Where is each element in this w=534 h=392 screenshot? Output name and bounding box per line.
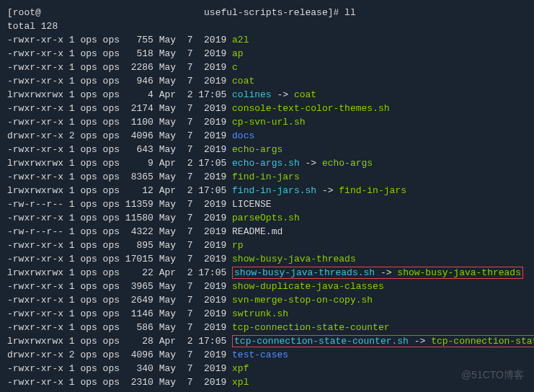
file-meta: lrwxrwxrwx 1 ops ops 12 Apr 2 17:05 (7, 185, 232, 196)
file-meta: -rwxr-xr-x 1 ops ops 1146 May 7 2019 (7, 308, 232, 319)
terminal-output: [root@ useful-scripts-release]# lltotal … (7, 6, 527, 389)
file-meta: -rwxr-xr-x 1 ops ops 11580 May 7 2019 (7, 213, 232, 223)
symlink-arrow: -> (272, 89, 294, 100)
file-name: tcp-connection-state-counter.sh (234, 336, 409, 347)
file-row: -rwxr-xr-x 1 ops ops 643 May 7 2019 echo… (7, 143, 527, 156)
file-name: a2l (232, 35, 249, 45)
file-name: svn-merge-stop-on-copy.sh (232, 295, 373, 306)
file-name: echo-args.sh (232, 158, 300, 169)
file-meta: -rwxr-xr-x 1 ops ops 2174 May 7 2019 (7, 103, 232, 114)
file-name: LICENSE (232, 199, 272, 210)
symlink-target: coat (294, 89, 316, 100)
file-row: -rwxr-xr-x 1 ops ops 586 May 7 2019 tcp-… (7, 321, 527, 334)
file-row: -rwxr-xr-x 1 ops ops 2286 May 7 2019 c (7, 61, 527, 74)
file-name: find-in-jars.sh (232, 185, 316, 196)
file-meta: drwxr-xr-x 2 ops ops 4096 May 7 2019 (7, 130, 232, 141)
file-meta: -rwxr-xr-x 1 ops ops 2310 May 7 2019 (7, 377, 232, 388)
file-row: drwxr-xr-x 2 ops ops 4096 May 7 2019 tes… (7, 348, 527, 362)
symlink-arrow: -> (316, 185, 339, 196)
file-name: coat (232, 76, 254, 86)
prompt-redacted (41, 7, 198, 18)
file-meta: -rwxr-xr-x 1 ops ops 17015 May 7 2019 (7, 254, 232, 264)
file-meta: lrwxrwxrwx 1 ops ops 22 Apr 2 17:05 (7, 267, 232, 278)
file-row: -rwxr-xr-x 1 ops ops 895 May 7 2019 rp (7, 239, 527, 252)
file-name: cp-svn-url.sh (232, 117, 305, 128)
symlink-target: show-busy-java-threads (397, 267, 521, 278)
file-meta: -rwxr-xr-x 1 ops ops 8365 May 7 2019 (7, 172, 232, 182)
file-name: parseOpts.sh (232, 213, 300, 223)
file-row: lrwxrwxrwx 1 ops ops 22 Apr 2 17:05 show… (7, 266, 527, 280)
highlight-box: show-busy-java-threads.sh -> show-busy-j… (232, 267, 523, 279)
file-row: lrwxrwxrwx 1 ops ops 28 Apr 2 17:05 tcp-… (7, 334, 527, 348)
file-row: -rwxr-xr-x 1 ops ops 755 May 7 2019 a2l (7, 33, 527, 47)
file-meta: -rw-r--r-- 1 ops ops 11359 May 7 2019 (7, 199, 232, 210)
file-row: lrwxrwxrwx 1 ops ops 4 Apr 2 17:05 colin… (7, 88, 527, 102)
file-row: -rwxr-xr-x 1 ops ops 2649 May 7 2019 svn… (7, 293, 527, 307)
file-name: docs (232, 130, 254, 141)
file-name: show-busy-java-threads.sh (234, 267, 375, 278)
file-meta: -rwxr-xr-x 1 ops ops 340 May 7 2019 (7, 363, 232, 374)
command: ll (344, 7, 356, 18)
file-meta: -rwxr-xr-x 1 ops ops 1100 May 7 2019 (7, 117, 232, 128)
file-row: drwxr-xr-x 2 ops ops 4096 May 7 2019 doc… (7, 129, 527, 143)
file-meta: -rwxr-xr-x 1 ops ops 755 May 7 2019 (7, 35, 232, 45)
file-row: -rwxr-xr-x 1 ops ops 8365 May 7 2019 fin… (7, 170, 527, 184)
symlink-target: find-in-jars (339, 185, 406, 196)
total-line: total 128 (7, 19, 527, 33)
symlink-arrow: -> (409, 336, 431, 347)
file-meta: -rwxr-xr-x 1 ops ops 3965 May 7 2019 (7, 281, 232, 292)
file-meta: -rwxr-xr-x 1 ops ops 2286 May 7 2019 (7, 62, 232, 73)
file-row: -rwxr-xr-x 1 ops ops 1100 May 7 2019 cp-… (7, 115, 527, 129)
symlink-target: echo-args (322, 158, 373, 169)
prompt-line[interactable]: [root@ useful-scripts-release]# ll (7, 6, 527, 19)
file-name: c (232, 62, 238, 73)
file-meta: -rwxr-xr-x 1 ops ops 2649 May 7 2019 (7, 295, 232, 306)
file-row: -rwxr-xr-x 1 ops ops 340 May 7 2019 xpf (7, 362, 527, 375)
file-name: test-cases (232, 349, 288, 360)
symlink-target: tcp-connection-state-counter (431, 336, 534, 347)
file-meta: -rwxr-xr-x 1 ops ops 643 May 7 2019 (7, 144, 232, 155)
file-meta: lrwxrwxrwx 1 ops ops 4 Apr 2 17:05 (7, 89, 232, 100)
file-name: show-busy-java-threads (232, 254, 356, 264)
file-row: -rwxr-xr-x 1 ops ops 11580 May 7 2019 pa… (7, 211, 527, 225)
file-name: README.md (232, 226, 282, 237)
file-meta: -rwxr-xr-x 1 ops ops 895 May 7 2019 (7, 240, 232, 251)
file-name: xpl (232, 377, 249, 388)
file-name: find-in-jars (232, 172, 300, 182)
file-row: -rw-r--r-- 1 ops ops 11359 May 7 2019 LI… (7, 197, 527, 211)
file-row: lrwxrwxrwx 1 ops ops 9 Apr 2 17:05 echo-… (7, 156, 527, 170)
file-row: -rwxr-xr-x 1 ops ops 946 May 7 2019 coat (7, 74, 527, 88)
file-name: rp (232, 240, 244, 251)
file-name: swtrunk.sh (232, 308, 288, 319)
symlink-arrow: -> (300, 158, 322, 169)
file-row: -rwxr-xr-x 1 ops ops 1146 May 7 2019 swt… (7, 307, 527, 321)
file-meta: -rwxr-xr-x 1 ops ops 946 May 7 2019 (7, 76, 232, 86)
file-meta: lrwxrwxrwx 1 ops ops 28 Apr 2 17:05 (7, 336, 232, 347)
file-row: -rwxr-xr-x 1 ops ops 17015 May 7 2019 sh… (7, 252, 527, 266)
file-meta: drwxr-xr-x 2 ops ops 4096 May 7 2019 (7, 349, 232, 360)
file-name: colines (232, 89, 272, 100)
file-name: show-duplicate-java-classes (232, 281, 384, 292)
file-meta: -rw-r--r-- 1 ops ops 4322 May 7 2019 (7, 226, 232, 237)
file-row: -rwxr-xr-x 1 ops ops 2174 May 7 2019 con… (7, 102, 527, 115)
file-row: -rwxr-xr-x 1 ops ops 2310 May 7 2019 xpl (7, 375, 527, 389)
file-name: xpf (232, 363, 249, 374)
file-row: -rwxr-xr-x 1 ops ops 518 May 7 2019 ap (7, 47, 527, 61)
file-row: -rw-r--r-- 1 ops ops 4322 May 7 2019 REA… (7, 225, 527, 239)
file-name: echo-args (232, 144, 282, 155)
symlink-arrow: -> (375, 267, 397, 278)
file-meta: -rwxr-xr-x 1 ops ops 518 May 7 2019 (7, 48, 232, 59)
file-name: tcp-connection-state-counter (232, 322, 389, 333)
prompt-prefix: [root@ (7, 7, 41, 18)
file-name: ap (232, 48, 244, 59)
file-name: console-text-color-themes.sh (232, 103, 389, 114)
file-meta: lrwxrwxrwx 1 ops ops 9 Apr 2 17:05 (7, 158, 232, 169)
file-row: lrwxrwxrwx 1 ops ops 12 Apr 2 17:05 find… (7, 184, 527, 197)
highlight-box: tcp-connection-state-counter.sh -> tcp-c… (232, 335, 534, 347)
file-meta: -rwxr-xr-x 1 ops ops 586 May 7 2019 (7, 322, 232, 333)
watermark: @51CTO博客 (461, 368, 524, 382)
file-row: -rwxr-xr-x 1 ops ops 3965 May 7 2019 sho… (7, 280, 527, 293)
prompt-suffix: useful-scripts-release]# (198, 7, 344, 18)
